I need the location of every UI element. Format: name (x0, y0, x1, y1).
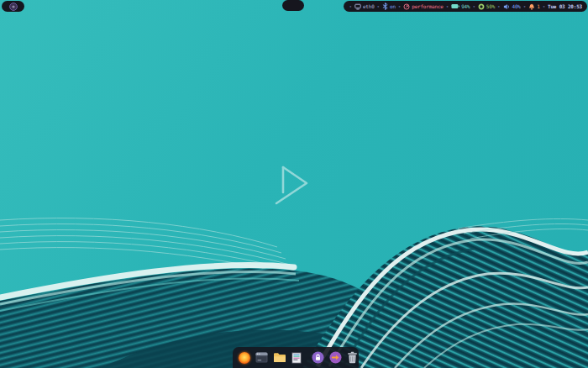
wallpaper-waves (0, 200, 588, 368)
notifications-count: 1 (537, 3, 539, 9)
bluetooth-widget[interactable]: on (382, 3, 396, 10)
orange-orb-icon (239, 352, 250, 364)
battery-widget[interactable]: 94% (451, 3, 470, 9)
dock-item-trash[interactable] (347, 351, 358, 365)
speaker-icon (503, 3, 511, 10)
dock-item-file-manager-app[interactable] (273, 351, 286, 365)
battery-icon (451, 3, 459, 9)
network-label: eth0 (363, 3, 375, 9)
brightness-label: 50% (486, 3, 495, 9)
document-icon (291, 352, 302, 364)
volume-label: 40% (512, 3, 521, 9)
play-triangle-watermark (270, 161, 314, 208)
status-bar: • eth0 • on • performance • 94% • 5 (344, 1, 587, 12)
top-center-widget[interactable] (282, 0, 304, 11)
cpu-governor-widget[interactable]: performance (403, 3, 444, 10)
volume-widget[interactable]: 40% (503, 3, 521, 10)
terminal-icon (255, 352, 268, 363)
launcher-button[interactable] (2, 1, 24, 12)
clock-widget[interactable]: Tue 03 20:53 (548, 3, 582, 9)
separator-dot: • (349, 3, 351, 9)
trash-icon (347, 351, 358, 364)
dock-item-password-lock-app[interactable] (312, 351, 324, 365)
network-widget[interactable]: eth0 (354, 3, 375, 10)
separator-dot: • (472, 3, 475, 9)
dock-item-launch-arrow-app[interactable] (329, 351, 342, 365)
dock-item-terminal-app[interactable] (255, 351, 268, 365)
dock-item-orange-orb-app[interactable] (239, 351, 250, 365)
separator-dot: • (543, 3, 545, 9)
bell-icon (528, 3, 535, 10)
gauge-icon (403, 3, 410, 10)
notifications-widget[interactable]: 1 (528, 3, 539, 10)
battery-label: 94% (461, 3, 470, 9)
dock-item-document-viewer-app[interactable] (291, 351, 302, 365)
lock-icon (312, 351, 324, 364)
launcher-orb-icon (9, 3, 18, 11)
arrow-right-icon (329, 351, 342, 364)
separator-dot: • (523, 3, 526, 9)
separator-dot: • (497, 3, 500, 9)
brightness-widget[interactable]: 50% (478, 3, 495, 10)
folder-icon (273, 352, 286, 363)
ethernet-icon (354, 3, 361, 10)
governor-label: performance (412, 3, 444, 9)
separator-dot: • (446, 3, 449, 9)
dock (233, 347, 359, 368)
ring-icon (478, 3, 485, 10)
bluetooth-icon (382, 3, 388, 10)
clock-label: Tue 03 20:53 (548, 3, 582, 9)
bluetooth-label: on (390, 3, 396, 9)
separator-dot: • (398, 3, 401, 9)
separator-dot: • (377, 3, 380, 9)
